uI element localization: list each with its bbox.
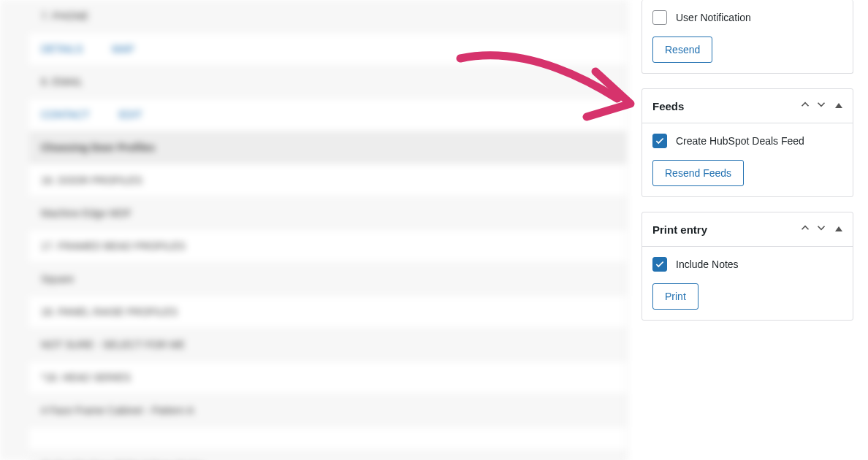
collapse-icon[interactable] xyxy=(835,223,842,236)
resend-button[interactable]: Resend xyxy=(652,37,712,63)
sidebar: User Notification Resend Feeds xyxy=(627,0,868,460)
blur-row: CONTACTEDIT xyxy=(29,99,626,131)
chevron-up-icon[interactable] xyxy=(799,221,812,237)
panel-controls xyxy=(799,221,842,237)
blur-row: 8. EMAIL xyxy=(29,66,626,99)
print-entry-title: Print entry xyxy=(652,223,707,236)
panel-controls xyxy=(799,98,842,114)
blur-row: Machine Edge MDF xyxy=(29,197,626,230)
user-notification-row[interactable]: User Notification xyxy=(652,10,842,25)
blur-row: 16. DOOR PROFILES xyxy=(29,164,626,197)
blur-row: 17. FRAMED BEAD PROFILES xyxy=(29,230,626,263)
include-notes-label: Include Notes xyxy=(676,258,739,270)
blur-row: NOT SURE - SELECT FOR ME xyxy=(29,329,626,361)
user-notification-checkbox[interactable] xyxy=(652,10,667,25)
print-button[interactable]: Print xyxy=(652,283,698,310)
notifications-panel: User Notification Resend xyxy=(642,0,853,74)
section-header: Choosing Door Profiles xyxy=(29,131,626,164)
include-notes-checkbox[interactable] xyxy=(652,257,667,272)
blur-row: DETAILSMAP xyxy=(29,33,626,66)
feeds-panel: Feeds Create HubSpot Deals Feed Resend F… xyxy=(642,88,853,197)
blur-row: 18. PANEL RAISE PROFILES xyxy=(29,296,626,329)
blur-row: 4 Face Frame Cabinet - Pattern A xyxy=(29,394,626,427)
collapse-icon[interactable] xyxy=(835,99,842,112)
create-feed-row[interactable]: Create HubSpot Deals Feed xyxy=(652,134,842,148)
resend-feeds-button[interactable]: Resend Feeds xyxy=(652,160,744,186)
print-entry-header[interactable]: Print entry xyxy=(642,212,853,247)
blur-row xyxy=(29,427,626,451)
main-content-blurred: 7. PHONE DETAILSMAP 8. EMAIL CONTACTEDIT… xyxy=(0,0,627,460)
blur-row: Square xyxy=(29,263,626,296)
svg-marker-1 xyxy=(835,226,842,231)
chevron-down-icon[interactable] xyxy=(815,221,828,237)
chevron-up-icon[interactable] xyxy=(799,98,812,114)
include-notes-row[interactable]: Include Notes xyxy=(652,257,842,272)
print-entry-panel: Print entry Include Notes Print xyxy=(642,212,853,321)
blur-row: 21 Double Door Table 2 Drag Series xyxy=(29,451,626,460)
svg-marker-0 xyxy=(835,103,842,108)
create-feed-label: Create HubSpot Deals Feed xyxy=(676,135,804,147)
chevron-down-icon[interactable] xyxy=(815,98,828,114)
blur-row: 7. PHONE xyxy=(29,0,626,33)
create-feed-checkbox[interactable] xyxy=(652,134,667,148)
feeds-panel-header[interactable]: Feeds xyxy=(642,89,853,123)
feeds-title: Feeds xyxy=(652,100,684,112)
blur-row: *18. HEAD SERIES xyxy=(29,361,626,394)
user-notification-label: User Notification xyxy=(676,12,751,23)
